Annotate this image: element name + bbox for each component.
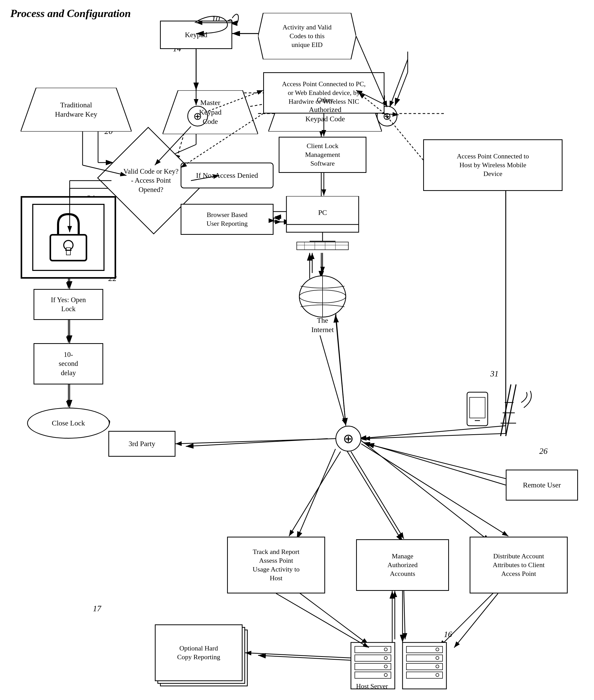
- access-point-wireless-box: Access Point Connected toHost by Wireles…: [423, 139, 563, 191]
- svg-line-134: [276, 594, 369, 647]
- distribute-account-box: Distribute AccountAttributes to ClientAc…: [470, 537, 568, 594]
- label-16: 16: [444, 630, 452, 639]
- diagram-container: Process and Configuration: [0, 0, 594, 700]
- svg-rect-87: [402, 642, 447, 689]
- wireless-device-icon: [464, 371, 537, 444]
- browser-reporting-box: Browser BasedUser Reporting: [180, 204, 273, 235]
- remote-user-box: Remote User: [506, 470, 578, 501]
- pc-area: PC: [281, 196, 364, 253]
- svg-line-129: [364, 442, 506, 485]
- client-lock-box: Client LockManagementSoftware: [279, 137, 366, 173]
- svg-line-39: [359, 439, 490, 542]
- svg-line-137: [454, 594, 498, 647]
- svg-line-37: [297, 449, 335, 539]
- close-lock-box: Close Lock: [27, 408, 110, 439]
- activity-eid-box: Activity and ValidCodes to thisunique EI…: [258, 13, 356, 59]
- svg-line-135: [404, 591, 405, 639]
- page-title: Process and Configuration: [10, 7, 131, 20]
- svg-line-38: [346, 449, 402, 542]
- svg-line-36: [186, 439, 328, 446]
- lock-box: [21, 196, 116, 279]
- svg-line-128: [361, 444, 508, 536]
- traditional-key-box: TraditionalHardware Key: [21, 88, 132, 132]
- master-keypad-box: MasterKeypadCode: [163, 90, 258, 134]
- svg-rect-66: [65, 250, 71, 251]
- svg-line-40: [297, 591, 369, 645]
- ten-second-box: 10-seconddelay: [34, 343, 103, 385]
- track-report-box: Track and ReportAssess PointUsage Activi…: [227, 537, 325, 594]
- third-party-box: 3rd Party: [108, 431, 175, 457]
- if-yes-box: If Yes: OpenLock: [34, 289, 103, 320]
- access-denied-box: If No: Access Denied: [180, 163, 273, 188]
- svg-line-43: [439, 591, 495, 647]
- svg-line-74: [506, 385, 516, 436]
- internet-hub-xor: ⊕: [335, 426, 361, 452]
- svg-line-44: [258, 655, 356, 661]
- manage-accounts-box: ManageAuthorizedAccounts: [356, 539, 449, 591]
- svg-line-127: [351, 452, 404, 539]
- svg-line-138: [245, 653, 351, 658]
- label-26: 26: [539, 446, 548, 456]
- svg-line-18: [395, 72, 408, 106]
- svg-line-73: [501, 385, 511, 436]
- svg-line-124: [320, 335, 346, 425]
- svg-line-125: [175, 439, 335, 444]
- label-17: 17: [93, 604, 101, 613]
- svg-line-102: [390, 59, 408, 107]
- svg-line-126: [289, 452, 341, 536]
- svg-rect-78: [351, 642, 395, 689]
- svg-rect-65: [66, 248, 70, 255]
- host-server-area: Host Server: [348, 640, 452, 692]
- keypad-box: Keypad: [160, 21, 232, 49]
- internet-globe: TheInternet: [281, 273, 364, 335]
- valid-code-diamond: Valid Code or Key?- Access PointOpened?: [111, 144, 191, 217]
